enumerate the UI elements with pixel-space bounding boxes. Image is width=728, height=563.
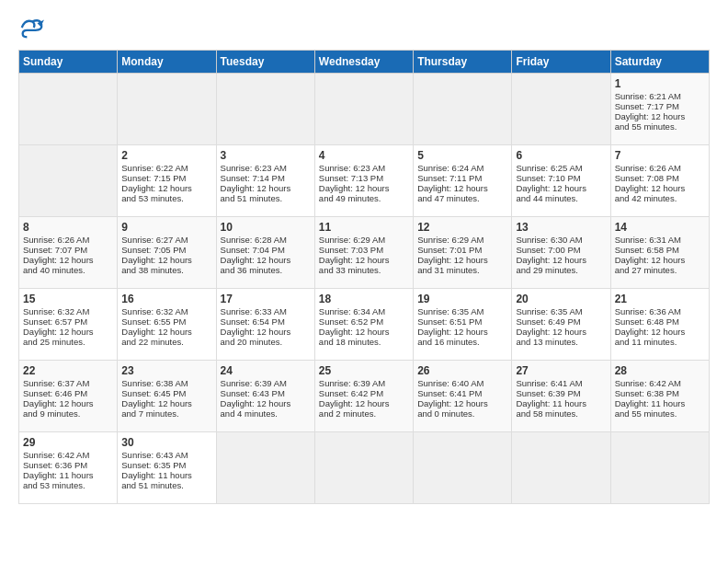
cell-text: Sunset: 7:07 PM: [23, 245, 113, 255]
calendar-cell: 27Sunrise: 6:41 AMSunset: 6:39 PMDayligh…: [512, 361, 610, 432]
calendar-cell: [512, 432, 610, 504]
cell-text: Sunset: 6:52 PM: [319, 316, 409, 327]
cell-text: Sunset: 6:49 PM: [516, 316, 606, 327]
cell-text: Sunrise: 6:42 AM: [615, 378, 705, 388]
day-number: 25: [319, 364, 409, 377]
calendar-cell: 7Sunrise: 6:26 AMSunset: 7:08 PMDaylight…: [610, 145, 709, 217]
cell-text: Sunrise: 6:36 AM: [615, 306, 705, 316]
cell-text: and 55 minutes.: [615, 121, 705, 132]
calendar-cell: 26Sunrise: 6:40 AMSunset: 6:41 PMDayligh…: [414, 361, 512, 432]
cell-text: and 40 minutes.: [23, 265, 113, 275]
calendar-week-4: 15Sunrise: 6:32 AMSunset: 6:57 PMDayligh…: [19, 289, 710, 361]
cell-text: Sunset: 7:14 PM: [221, 173, 311, 183]
cell-text: Daylight: 11 hours: [23, 470, 113, 480]
cell-text: and 58 minutes.: [516, 408, 606, 419]
cell-text: Sunset: 6:42 PM: [319, 388, 409, 398]
cell-text: and 11 minutes.: [615, 337, 705, 347]
cell-text: Daylight: 12 hours: [121, 183, 211, 193]
cell-text: Sunrise: 6:41 AM: [516, 378, 606, 388]
calendar-cell: 19Sunrise: 6:35 AMSunset: 6:51 PMDayligh…: [414, 289, 512, 361]
calendar-cell: 21Sunrise: 6:36 AMSunset: 6:48 PMDayligh…: [610, 289, 709, 361]
calendar-cell: [216, 74, 314, 145]
header: [18, 15, 710, 40]
cell-text: Sunset: 7:04 PM: [221, 245, 311, 255]
cell-text: Sunset: 7:00 PM: [516, 245, 606, 255]
cell-text: Daylight: 12 hours: [221, 327, 311, 337]
logo: [18, 15, 48, 40]
cell-text: Sunrise: 6:23 AM: [221, 163, 311, 173]
cell-text: Sunrise: 6:26 AM: [23, 235, 113, 245]
cell-text: Sunset: 6:43 PM: [221, 388, 311, 398]
calendar-cell: 11Sunrise: 6:29 AMSunset: 7:03 PMDayligh…: [314, 217, 413, 289]
cell-text: and 42 minutes.: [615, 193, 705, 203]
header-cell-wednesday: Wednesday: [314, 51, 413, 74]
cell-text: Sunrise: 6:35 AM: [516, 306, 606, 316]
calendar-table: SundayMondayTuesdayWednesdayThursdayFrid…: [18, 50, 710, 504]
calendar-cell: 3Sunrise: 6:23 AMSunset: 7:14 PMDaylight…: [216, 145, 314, 217]
calendar-cell: [216, 432, 314, 504]
cell-text: Sunrise: 6:30 AM: [516, 235, 606, 245]
cell-text: Daylight: 12 hours: [221, 398, 311, 408]
calendar-cell: 25Sunrise: 6:39 AMSunset: 6:42 PMDayligh…: [314, 361, 413, 432]
day-number: 27: [516, 364, 606, 377]
cell-text: Daylight: 12 hours: [121, 255, 211, 265]
cell-text: Sunrise: 6:31 AM: [615, 235, 705, 245]
calendar-cell: 5Sunrise: 6:24 AMSunset: 7:11 PMDaylight…: [414, 145, 512, 217]
cell-text: Sunset: 7:13 PM: [319, 173, 409, 183]
cell-text: Daylight: 12 hours: [516, 255, 606, 265]
calendar-cell: 30Sunrise: 6:43 AMSunset: 6:35 PMDayligh…: [118, 432, 216, 504]
day-number: 7: [615, 149, 705, 162]
cell-text: Sunrise: 6:39 AM: [221, 378, 311, 388]
cell-text: and 55 minutes.: [615, 408, 705, 419]
day-number: 13: [516, 221, 606, 234]
cell-text: Sunset: 7:17 PM: [615, 101, 705, 111]
cell-text: and 2 minutes.: [319, 408, 409, 419]
day-number: 14: [615, 221, 705, 234]
cell-text: Daylight: 12 hours: [516, 183, 606, 193]
day-number: 16: [121, 293, 211, 305]
cell-text: and 29 minutes.: [516, 265, 606, 275]
cell-text: Sunrise: 6:29 AM: [319, 235, 409, 245]
cell-text: and 47 minutes.: [417, 193, 507, 203]
cell-text: Daylight: 11 hours: [516, 398, 606, 408]
cell-text: Sunrise: 6:24 AM: [417, 163, 507, 173]
calendar-cell: 29Sunrise: 6:42 AMSunset: 6:36 PMDayligh…: [19, 432, 118, 504]
cell-text: and 9 minutes.: [23, 408, 113, 419]
calendar-week-2: 2Sunrise: 6:22 AMSunset: 7:15 PMDaylight…: [19, 145, 710, 217]
cell-text: and 53 minutes.: [23, 480, 113, 490]
cell-text: Daylight: 12 hours: [121, 327, 211, 337]
cell-text: Sunset: 7:08 PM: [615, 173, 705, 183]
day-number: 12: [417, 221, 507, 234]
cell-text: Sunset: 7:05 PM: [121, 245, 211, 255]
cell-text: Sunrise: 6:34 AM: [319, 306, 409, 316]
cell-text: Daylight: 12 hours: [516, 327, 606, 337]
cell-text: and 0 minutes.: [417, 408, 507, 419]
day-number: 30: [121, 436, 211, 449]
day-number: 23: [121, 364, 211, 377]
cell-text: Daylight: 12 hours: [221, 255, 311, 265]
cell-text: and 53 minutes.: [121, 193, 211, 203]
cell-text: Daylight: 12 hours: [23, 255, 113, 265]
calendar-cell: [610, 432, 709, 504]
calendar-week-6: 29Sunrise: 6:42 AMSunset: 6:36 PMDayligh…: [19, 432, 710, 504]
calendar-cell: [314, 432, 413, 504]
calendar-cell: 10Sunrise: 6:28 AMSunset: 7:04 PMDayligh…: [216, 217, 314, 289]
calendar-cell: [19, 74, 118, 145]
cell-text: and 49 minutes.: [319, 193, 409, 203]
calendar-cell: 9Sunrise: 6:27 AMSunset: 7:05 PMDaylight…: [118, 217, 216, 289]
day-number: 19: [417, 293, 507, 305]
calendar-cell: 13Sunrise: 6:30 AMSunset: 7:00 PMDayligh…: [512, 217, 610, 289]
cell-text: and 25 minutes.: [23, 337, 113, 347]
calendar-cell: 23Sunrise: 6:38 AMSunset: 6:45 PMDayligh…: [118, 361, 216, 432]
calendar-cell: [414, 432, 512, 504]
cell-text: and 38 minutes.: [121, 265, 211, 275]
cell-text: and 51 minutes.: [221, 193, 311, 203]
cell-text: Sunrise: 6:39 AM: [319, 378, 409, 388]
cell-text: and 20 minutes.: [221, 337, 311, 347]
cell-text: Sunset: 6:38 PM: [615, 388, 705, 398]
cell-text: and 7 minutes.: [121, 408, 211, 419]
cell-text: Daylight: 12 hours: [319, 183, 409, 193]
calendar-cell: 4Sunrise: 6:23 AMSunset: 7:13 PMDaylight…: [314, 145, 413, 217]
cell-text: Sunrise: 6:23 AM: [319, 163, 409, 173]
cell-text: Sunrise: 6:25 AM: [516, 163, 606, 173]
